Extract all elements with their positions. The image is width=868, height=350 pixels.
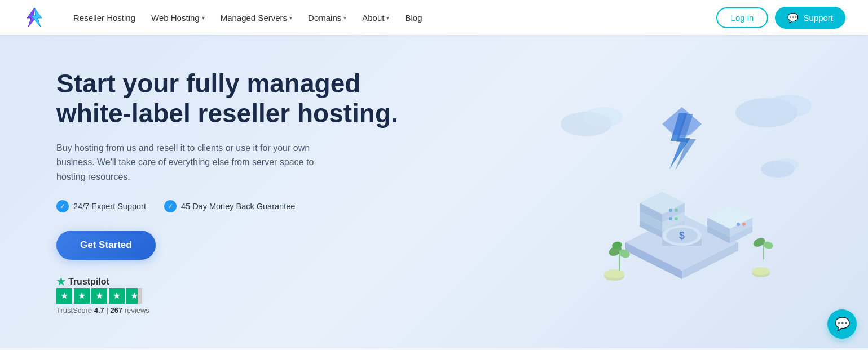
logo[interactable] — [23, 6, 46, 29]
star-4: ★ — [109, 288, 125, 304]
nav-item-reseller-hosting[interactable]: Reseller Hosting — [67, 8, 142, 27]
chat-icon: 💬 — [835, 317, 850, 331]
trustpilot-logo: ★ Trustpilot — [56, 276, 149, 288]
support-icon: 💬 — [787, 12, 799, 23]
login-button[interactable]: Log in — [716, 7, 769, 28]
navbar: Reseller Hosting Web Hosting ▾ Managed S… — [0, 0, 868, 35]
hero-section: Start your fully managed white-label res… — [0, 35, 868, 348]
nav-item-domains[interactable]: Domains ▾ — [301, 8, 353, 27]
support-button[interactable]: 💬 Support — [775, 7, 845, 29]
chevron-down-icon: ▾ — [289, 15, 292, 21]
trustpilot-star-icon: ★ — [56, 276, 65, 288]
hero-content: Start your fully managed white-label res… — [56, 69, 406, 314]
star-3: ★ — [91, 288, 107, 304]
nav-item-blog[interactable]: Blog — [398, 8, 429, 27]
nav-item-web-hosting[interactable]: Web Hosting ▾ — [144, 8, 212, 27]
chevron-down-icon: ▾ — [343, 15, 346, 21]
hero-illustration: $ — [541, 85, 823, 299]
svg-point-33 — [737, 223, 740, 226]
star-5-half: ★ — [126, 288, 142, 304]
nav-item-managed-servers[interactable]: Managed Servers ▾ — [214, 8, 299, 27]
svg-point-47 — [774, 158, 799, 171]
svg-point-20 — [669, 209, 672, 212]
hero-title: Start your fully managed white-label res… — [56, 69, 406, 129]
svg-point-1 — [583, 107, 623, 127]
svg-point-18 — [669, 217, 672, 220]
svg-marker-49 — [662, 107, 702, 135]
hero-badges: ✓ 24/7 Expert Support ✓ 45 Day Money Bac… — [56, 200, 406, 212]
svg-point-43 — [604, 269, 624, 278]
svg-point-45 — [752, 267, 770, 275]
badge-support: ✓ 24/7 Expert Support — [56, 200, 146, 212]
nav-item-about[interactable]: About ▾ — [355, 8, 396, 27]
chat-fab-button[interactable]: 💬 — [827, 309, 857, 339]
nav-links: Reseller Hosting Web Hosting ▾ Managed S… — [67, 8, 716, 27]
trustpilot-widget: ★ Trustpilot ★ ★ ★ ★ ★ TrustScore 4.7 | … — [56, 276, 406, 314]
chevron-down-icon: ▾ — [202, 15, 205, 21]
svg-point-21 — [675, 209, 678, 212]
plans-section: Choose the Right Reseller Hosting Plan f… — [0, 348, 868, 350]
hero-subtitle: Buy hosting from us and resell it to cli… — [56, 141, 338, 184]
star-1: ★ — [56, 288, 72, 304]
chevron-down-icon: ▾ — [386, 15, 389, 21]
svg-point-34 — [742, 223, 746, 226]
nav-actions: Log in 💬 Support — [716, 7, 845, 29]
trustpilot-score: TrustScore 4.7 | 267 reviews — [56, 306, 149, 314]
svg-text:$: $ — [679, 230, 685, 241]
badge-money-back: ✓ 45 Day Money Back Guarantee — [164, 200, 295, 212]
trustpilot-stars: ★ ★ ★ ★ ★ — [56, 288, 149, 304]
check-icon: ✓ — [164, 200, 177, 212]
get-started-button[interactable]: Get Started — [56, 231, 156, 260]
check-icon: ✓ — [56, 200, 69, 212]
star-2: ★ — [74, 288, 90, 304]
svg-point-19 — [675, 217, 678, 220]
svg-point-3 — [766, 95, 812, 117]
